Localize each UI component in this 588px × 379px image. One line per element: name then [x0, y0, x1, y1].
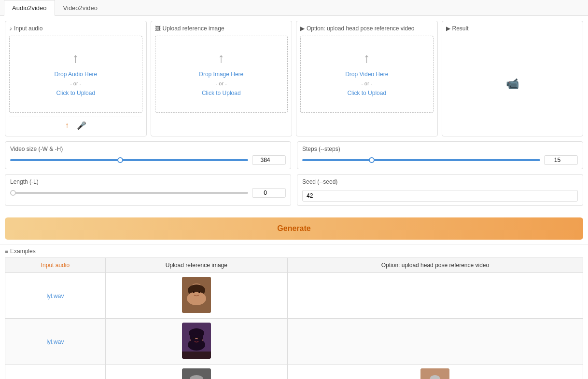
examples-section: ≡ Examples Input audio Upload reference …: [0, 244, 588, 379]
audio-drop-zone[interactable]: ↑ Drop Audio Here - or - Click to Upload: [9, 36, 142, 113]
length-label: Length (-L): [10, 178, 286, 185]
length-thumb[interactable]: [10, 190, 16, 196]
length-inner: [10, 188, 286, 198]
video-size-track[interactable]: [10, 159, 248, 161]
seed-input[interactable]: [302, 190, 578, 202]
length-input[interactable]: [252, 188, 286, 198]
svg-point-13: [193, 337, 195, 339]
example-audio-cell: lyl.wav: [5, 365, 106, 379]
example-image-cell: [105, 319, 287, 365]
upload-video-panel: ▶ Option: upload head pose reference vid…: [296, 21, 438, 136]
image-panel-icon: 🖼: [155, 25, 161, 32]
example-pose-portrait: [420, 368, 449, 379]
tab-video2video[interactable]: Video2video: [55, 0, 106, 16]
audio-controls: ↑ 🎤: [9, 117, 142, 130]
steps-track[interactable]: [302, 159, 540, 161]
generate-button[interactable]: Generate: [5, 217, 583, 240]
upload-video-label: ▶ Option: upload head pose reference vid…: [300, 25, 434, 32]
table-row: lyl.wav: [5, 365, 583, 379]
svg-rect-15: [182, 352, 211, 359]
upload-area: ♪ Input audio ↑ Drop Audio Here - or - C…: [0, 16, 588, 141]
example-portrait: [182, 368, 211, 379]
result-panel: ▶ Result 📹: [442, 21, 584, 136]
audio-drop-text: Drop Audio Here - or - Click to Upload: [54, 70, 97, 98]
header-input-audio: Input audio: [5, 258, 106, 273]
example-image-cell: [105, 273, 287, 319]
video-size-control: Video size (-W & -H): [5, 141, 291, 169]
steps-control: Steps (--steps): [297, 141, 583, 169]
video-panel-icon: ▶: [300, 25, 305, 32]
video-upload-arrow-icon: ↑: [364, 51, 370, 66]
table-row: lyl.wav: [5, 273, 583, 319]
input-audio-panel: ♪ Input audio ↑ Drop Audio Here - or - C…: [5, 21, 147, 136]
result-icon: ▶: [446, 25, 450, 32]
input-audio-label: ♪ Input audio: [9, 25, 142, 32]
controls-area: Video size (-W & -H) Steps (--steps): [0, 141, 588, 216]
seed-label: Seed (--seed): [302, 178, 578, 185]
length-track[interactable]: [10, 192, 248, 194]
first-control-row: Video size (-W & -H) Steps (--steps): [5, 141, 583, 169]
svg-point-14: [198, 337, 200, 339]
audio-link[interactable]: lyl.wav: [46, 338, 64, 345]
upload-audio-icon[interactable]: ↑: [65, 121, 69, 130]
seed-control: Seed (--seed): [297, 174, 583, 206]
svg-point-4: [193, 291, 195, 293]
video-drop-zone[interactable]: ↑ Drop Video Here - or - Click to Upload: [300, 36, 434, 113]
upload-arrow-icon: ↑: [72, 51, 79, 66]
svg-rect-6: [182, 306, 211, 313]
mic-icon[interactable]: 🎤: [77, 121, 86, 130]
example-pose-cell: [287, 273, 583, 319]
tab-bar: Audio2video Video2video: [0, 0, 588, 16]
steps-label: Steps (--steps): [302, 146, 578, 152]
example-pose-cell: [287, 365, 583, 379]
steps-input[interactable]: [544, 155, 578, 165]
example-audio-cell: lyl.wav: [5, 319, 106, 365]
result-video-icon: 📹: [506, 78, 519, 90]
image-drop-zone[interactable]: ↑ Drop Image Here - or - Click to Upload: [155, 36, 288, 113]
example-portrait: [182, 277, 211, 313]
svg-point-3: [187, 292, 206, 305]
header-upload-image: Upload reference image: [105, 258, 287, 273]
video-size-input[interactable]: [252, 155, 286, 165]
audio-icon: ♪: [9, 25, 12, 32]
second-control-row: Length (-L) Seed (--seed): [5, 174, 583, 206]
header-pose-video: Option: upload head pose reference video: [287, 258, 583, 273]
svg-point-5: [198, 291, 200, 293]
audio-link[interactable]: lyl.wav: [46, 293, 64, 299]
result-area: 📹: [446, 36, 579, 132]
table-row: lyl.wav: [5, 319, 583, 365]
svg-point-12: [188, 339, 205, 351]
example-image-cell: [105, 365, 287, 379]
result-label: ▶ Result: [446, 25, 579, 32]
example-portrait: [182, 323, 211, 359]
upload-image-label: 🖼 Upload reference image: [155, 25, 288, 32]
video-size-thumb[interactable]: [117, 157, 123, 163]
length-control: Length (-L): [5, 174, 291, 206]
tab-audio2video[interactable]: Audio2video: [4, 0, 55, 16]
example-audio-cell: lyl.wav: [5, 273, 106, 319]
example-pose-cell: [287, 319, 583, 365]
image-drop-text: Drop Image Here - or - Click to Upload: [199, 70, 243, 98]
examples-icon: ≡: [5, 248, 8, 255]
steps-thumb[interactable]: [369, 157, 375, 163]
video-drop-text: Drop Video Here - or - Click to Upload: [345, 70, 388, 98]
steps-inner: [302, 155, 578, 165]
examples-table: Input audio Upload reference image Optio…: [5, 257, 583, 379]
image-upload-arrow-icon: ↑: [218, 51, 224, 66]
video-size-inner: [10, 155, 286, 165]
examples-header-row: Input audio Upload reference image Optio…: [5, 258, 583, 273]
examples-label: ≡ Examples: [5, 248, 583, 255]
upload-image-panel: 🖼 Upload reference image ↑ Drop Image He…: [151, 21, 293, 136]
video-size-label: Video size (-W & -H): [10, 146, 286, 152]
